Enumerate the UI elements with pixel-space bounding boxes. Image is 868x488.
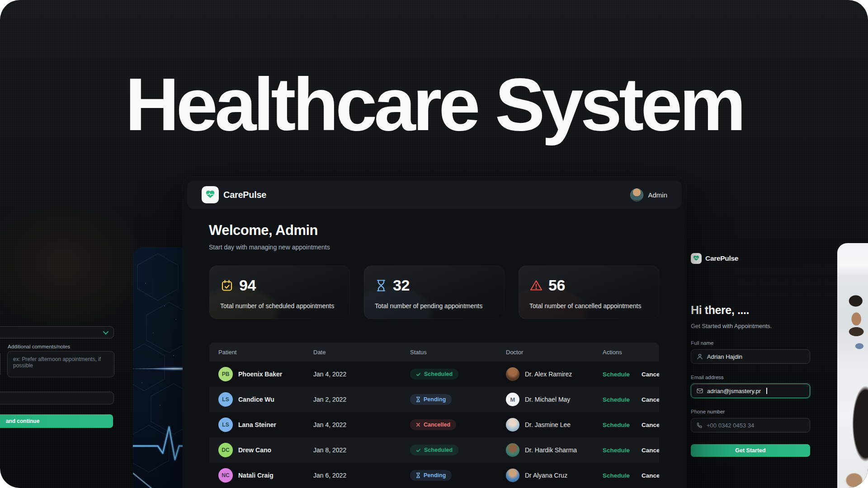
check-icon	[416, 372, 421, 377]
column-header-doctor: Doctor	[506, 349, 603, 356]
stat-value-cancelled: 56	[548, 277, 565, 294]
welcome-title: Welcome, Admin	[209, 222, 318, 239]
table-row: LS Candice Wu Jan 2, 2022 Pending M Dr. …	[209, 387, 659, 412]
cancel-link[interactable]: Cancel	[642, 472, 659, 479]
schedule-link[interactable]: Schedule	[603, 396, 630, 403]
admin-avatar	[630, 188, 643, 202]
status-badge: Scheduled	[410, 445, 458, 455]
chevron-down-icon	[103, 329, 109, 335]
left-form-input[interactable]	[0, 392, 114, 404]
comments-textarea[interactable]: ex: Prefer afternoon appointments, if po…	[7, 351, 114, 377]
full-name-field[interactable]: Adrian Hajdin	[691, 349, 810, 364]
cancel-link[interactable]: Cancel	[642, 371, 659, 378]
cancel-link[interactable]: Cancel	[642, 447, 659, 454]
column-header-status: Status	[410, 349, 506, 356]
brand-name: CarePulse	[223, 190, 266, 200]
patient-name: Natali Craig	[238, 472, 274, 479]
warning-triangle-icon	[529, 279, 543, 292]
stat-card-scheduled: 94 Total number of scheduled appointment…	[209, 266, 350, 319]
stat-label-pending: Total number of pending appointments	[375, 302, 482, 310]
cancel-link[interactable]: Cancel	[642, 396, 659, 403]
doctor-name: Dr. Hardik Sharma	[525, 446, 577, 454]
hourglass-icon	[375, 279, 387, 292]
doctor-avatar: M	[506, 393, 519, 406]
patient-name: Drew Cano	[238, 446, 271, 454]
doctor-avatar	[506, 443, 519, 457]
hourglass-icon	[416, 473, 420, 478]
table-header-row: Patient Date Status Doctor Actions	[209, 343, 659, 361]
schedule-link[interactable]: Schedule	[603, 422, 630, 428]
hero-title: Healthcare System	[0, 67, 868, 142]
column-header-date: Date	[313, 349, 410, 356]
schedule-link[interactable]: Schedule	[603, 447, 630, 454]
text-cursor	[766, 388, 767, 394]
status-badge: Pending	[410, 470, 452, 481]
schedule-link[interactable]: Schedule	[603, 371, 630, 378]
admin-label: Admin	[648, 191, 667, 199]
stat-label-cancelled: Total number of cancelled appointments	[529, 302, 641, 310]
brand-name: CarePulse	[705, 254, 738, 263]
patient-name: Candice Wu	[238, 396, 274, 403]
cancel-link[interactable]: Cancel	[642, 422, 659, 428]
phone-icon	[697, 422, 703, 428]
doctor-photo	[837, 243, 868, 488]
patient-name: Phoenix Baker	[238, 371, 282, 378]
doctor-avatar	[506, 418, 519, 432]
welcome-subtitle: Start day with managing new appointments	[209, 244, 330, 251]
column-header-patient: Patient	[218, 349, 313, 356]
hourglass-icon	[416, 397, 420, 402]
continue-button[interactable]: and continue	[0, 414, 113, 428]
appointment-date: Jan 6, 2022	[313, 472, 410, 479]
calendar-check-icon	[220, 279, 234, 292]
left-form-textarea-ghost	[0, 351, 0, 377]
continue-button-label: and continue	[6, 418, 40, 424]
schedule-link[interactable]: Schedule	[603, 472, 630, 479]
status-badge: Scheduled	[410, 369, 458, 380]
hero-canvas: Healthcare System Additional comments/no…	[0, 0, 868, 488]
full-name-value: Adrian Hajdin	[707, 353, 742, 360]
stat-value-scheduled: 94	[239, 277, 256, 294]
table-row: LS Lana Steiner Jan 4, 2022 Cancelled Dr…	[209, 412, 659, 437]
doctor-name: Dr Alyana Cruz	[525, 472, 567, 479]
doctor-avatar	[506, 469, 519, 482]
appointments-table: Patient Date Status Doctor Actions PB Ph…	[209, 343, 659, 488]
user-icon	[697, 353, 703, 360]
appointment-date: Jan 2, 2022	[313, 396, 410, 403]
table-row: DC Drew Cano Jan 8, 2022 Scheduled Dr. H…	[209, 437, 659, 463]
signup-panel: CarePulse Hi there, .... Get Started wit…	[691, 253, 810, 488]
phone-placeholder: +00 0342 0453 34	[707, 422, 754, 429]
patient-avatar: DC	[218, 443, 233, 457]
get-started-button[interactable]: Get Started	[691, 444, 810, 457]
signup-heading: Hi there, ....	[691, 304, 810, 317]
dashboard-header: CarePulse Admin	[187, 181, 682, 209]
table-row: PB Phoenix Baker Jan 4, 2022 Scheduled D…	[209, 361, 659, 387]
appointment-date: Jan 4, 2022	[313, 371, 410, 378]
check-icon	[416, 448, 421, 453]
patient-avatar: PB	[218, 367, 233, 381]
dashboard-card: CarePulse Admin Welcome, Admin Start day…	[183, 177, 686, 488]
left-form-select[interactable]	[0, 326, 114, 338]
full-name-label: Full name	[691, 340, 810, 346]
signup-subheading: Get Started with Appointments.	[691, 323, 810, 329]
get-started-label: Get Started	[735, 447, 765, 454]
light-streak	[133, 365, 187, 373]
x-icon	[416, 422, 420, 427]
admin-menu[interactable]: Admin	[630, 188, 667, 202]
doctor-name: Dr. Alex Ramirez	[525, 371, 572, 378]
table-row: NC Natali Craig Jan 6, 2022 Pending Dr A…	[209, 463, 659, 488]
status-badge: Cancelled	[410, 419, 456, 430]
stat-label-scheduled: Total number of scheduled appointments	[220, 302, 334, 310]
email-field[interactable]: adrian@jsmastery.pr	[691, 384, 810, 398]
phone-label: Phone number	[691, 409, 810, 414]
medical-graphic-panel	[133, 247, 187, 488]
patient-name: Lana Steiner	[238, 421, 276, 428]
doctor-avatar	[506, 367, 519, 381]
appointment-date: Jan 8, 2022	[313, 446, 410, 454]
stat-card-cancelled: 56 Total number of cancelled appointment…	[519, 266, 659, 319]
carepulse-logo-icon	[202, 186, 219, 203]
signup-brand: CarePulse	[691, 253, 810, 264]
status-badge: Pending	[410, 394, 452, 405]
patient-avatar: LS	[218, 392, 233, 407]
envelope-icon	[697, 388, 703, 394]
phone-field[interactable]: +00 0342 0453 34	[691, 418, 810, 432]
